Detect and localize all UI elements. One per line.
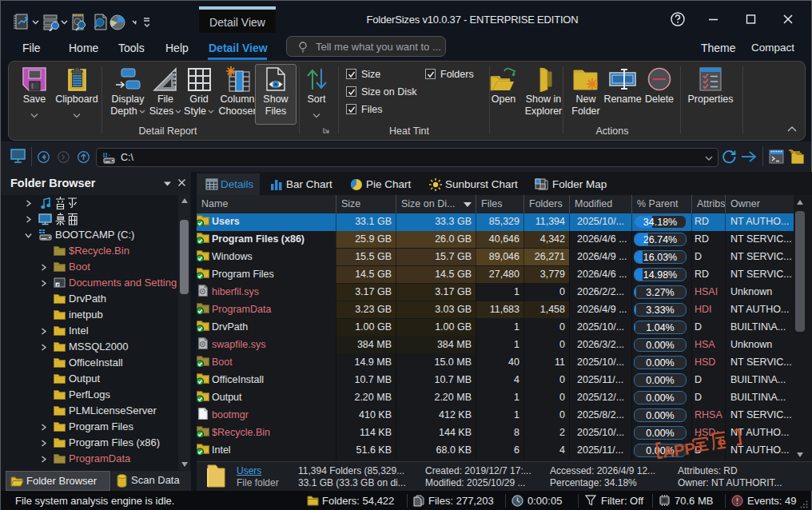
svg-text:APP: APP [662,439,697,460]
